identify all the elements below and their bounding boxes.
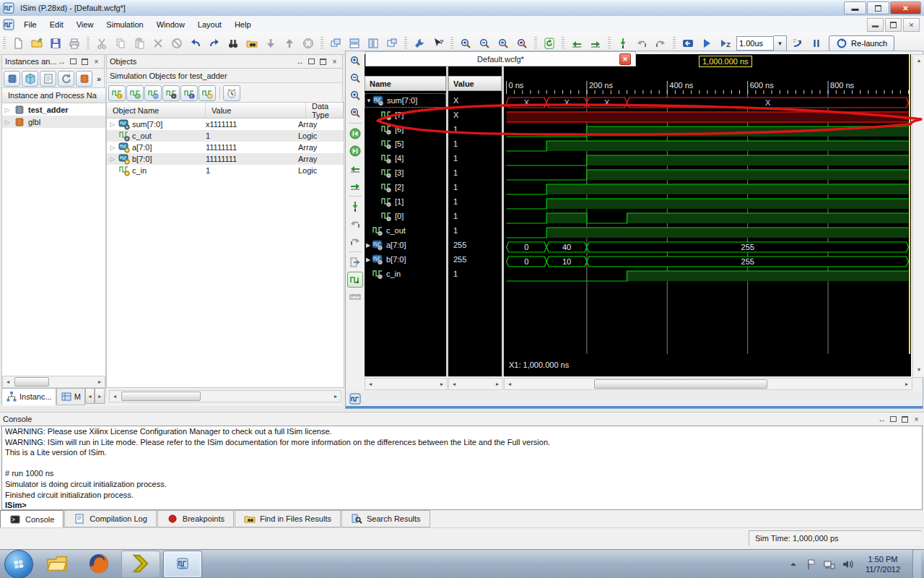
no-drop-button[interactable] — [168, 35, 186, 52]
wv-measure-button[interactable] — [347, 289, 363, 305]
relaunch-button[interactable]: Re-launch — [829, 35, 894, 51]
tab-breakpoints[interactable]: Breakpoints — [157, 510, 234, 527]
wv-prev-marker-button[interactable] — [347, 216, 363, 232]
instances-hscrollbar[interactable]: ◂▸ — [2, 376, 105, 388]
column-data-type[interactable]: Data Type — [306, 103, 344, 118]
copy-button[interactable] — [112, 35, 129, 52]
undock-icon[interactable]: ↔ — [57, 57, 66, 66]
signal-value-5[interactable]: 1 — [448, 137, 502, 151]
prev-transition-button[interactable] — [568, 35, 585, 52]
column-object-name[interactable]: Object Name — [107, 103, 206, 118]
delete-button[interactable] — [149, 35, 167, 52]
console-output[interactable]: WARNING: Please use Xilinx License Confi… — [1, 426, 923, 510]
signal-name-c_out[interactable]: c_out — [365, 223, 446, 238]
inst-filter-design-units-button[interactable] — [22, 71, 38, 87]
toolbar-drag-handle[interactable] — [608, 37, 611, 50]
clock-setup-button[interactable] — [223, 85, 240, 101]
menu-simulation[interactable]: Simulation — [100, 18, 149, 31]
redo-button[interactable] — [206, 35, 223, 52]
inst-filter-source-button[interactable] — [40, 71, 56, 87]
expander-icon[interactable]: ▷ — [4, 106, 11, 113]
save-button[interactable] — [47, 35, 64, 52]
toolbar-drag-handle[interactable] — [404, 37, 407, 50]
waveform-vscrollbar[interactable]: ▴▾ — [912, 54, 924, 378]
menu-layout[interactable]: Layout — [191, 18, 228, 31]
toolbar-drag-handle[interactable] — [87, 37, 90, 50]
signal-name-5[interactable]: [5] — [365, 137, 446, 151]
wv-snap-transition-button[interactable] — [347, 272, 363, 288]
object-row-c_in[interactable]: c_in1Logic — [107, 165, 344, 176]
expander-collapsed-icon[interactable]: ▶ — [365, 256, 372, 263]
waveform-plot[interactable]: 0 ns200 ns400 ns600 ns800 nsXXXX04025501… — [504, 54, 911, 376]
panel-tab-instanc[interactable]: Instanc... — [1, 388, 56, 405]
inst-filter-all-button[interactable] — [76, 71, 92, 87]
wv-next-marker-button[interactable] — [347, 233, 363, 249]
float-window-button[interactable] — [383, 35, 401, 52]
signal-value-1[interactable]: 1 — [448, 194, 502, 209]
filter-internal-button[interactable]: • — [162, 85, 180, 101]
object-row-sum70[interactable]: ▷sum[7:0]x1111111Array — [107, 118, 344, 130]
tile-vertical-button[interactable] — [365, 35, 382, 52]
taskbar-clock[interactable]: 1:50 PM 11/7/2012 — [860, 554, 906, 574]
filter-constants-button[interactable]: C — [180, 85, 198, 101]
name-value-splitter[interactable] — [446, 54, 448, 376]
signal-name-a70[interactable]: ▶a[7:0] — [365, 238, 446, 252]
undo-button[interactable] — [187, 35, 204, 52]
child-close-button[interactable]: ✕ — [903, 18, 920, 32]
instances-tree-header[interactable]: Instance and Process Na — [2, 88, 105, 103]
maximize-icon[interactable] — [69, 57, 78, 66]
refresh-button[interactable] — [541, 35, 558, 52]
prev-marker-button[interactable] — [633, 35, 650, 52]
settings-button[interactable] — [411, 35, 428, 52]
start-button[interactable] — [4, 550, 33, 578]
value-wave-splitter[interactable] — [502, 54, 504, 376]
toolbar-drag-handle[interactable] — [321, 37, 323, 50]
signal-value-6[interactable]: 1 — [448, 122, 502, 137]
menu-edit[interactable]: Edit — [43, 18, 70, 31]
wv-next-transition-button[interactable] — [347, 178, 363, 194]
waveform-hscrollbar[interactable]: ◂▸ — [504, 378, 912, 390]
undock-icon[interactable]: ↔ — [295, 57, 305, 66]
toolbar-drag-handle[interactable] — [534, 37, 537, 50]
volume-icon[interactable] — [842, 558, 853, 570]
name-column-header[interactable]: Name — [365, 76, 446, 91]
signal-name-3[interactable]: [3] — [365, 165, 446, 180]
inst-refresh-button[interactable] — [58, 71, 74, 87]
zoom-in-button[interactable] — [457, 35, 474, 52]
child-minimize-button[interactable]: ▬ — [867, 18, 884, 32]
signal-value-7[interactable]: X — [448, 108, 502, 122]
goto-next-button[interactable] — [262, 35, 279, 52]
cut-button[interactable] — [93, 35, 110, 52]
inst-filter-instances-button[interactable] — [4, 71, 20, 87]
menu-file[interactable]: File — [17, 18, 43, 31]
expander-expanded-icon[interactable]: ▼ — [365, 98, 372, 104]
signal-name-0[interactable]: [0] — [365, 209, 446, 223]
restart-button[interactable] — [679, 35, 697, 52]
float-icon[interactable] — [318, 57, 328, 66]
signal-value-2[interactable]: 1 — [448, 180, 502, 194]
signal-name-2[interactable]: [2] — [365, 180, 446, 194]
instance-item-test_adder[interactable]: ▷test_adder — [2, 103, 105, 116]
zoom-full-view-button[interactable] — [494, 35, 512, 52]
wv-zoom-cursor-button[interactable] — [347, 105, 363, 121]
object-row-b70[interactable]: ▷b[7:0]11111111Array — [107, 153, 344, 165]
next-transition-button[interactable] — [587, 35, 604, 52]
action-center-icon[interactable] — [806, 558, 817, 570]
menu-window[interactable]: Window — [150, 18, 191, 31]
paste-button[interactable] — [131, 35, 148, 52]
tab-scroll-left-button[interactable]: ◂ — [85, 388, 95, 404]
signal-value-3[interactable]: 1 — [448, 165, 502, 180]
add-marker-button[interactable] — [614, 35, 632, 52]
wv-zoom-in-button[interactable] — [347, 53, 363, 69]
run-duration-dropdown[interactable]: ▼ — [774, 35, 787, 51]
toolbar-drag-handle[interactable] — [3, 37, 6, 50]
firefox-button[interactable] — [79, 551, 118, 578]
tab-compilation-log[interactable]: Compilation Log — [64, 510, 157, 527]
tab-close-icon[interactable]: ✕ — [619, 53, 631, 65]
signal-name-1[interactable]: [1] — [365, 194, 446, 209]
toolbar-drag-handle[interactable] — [450, 37, 453, 50]
whats-this-button[interactable]: ? — [430, 35, 447, 52]
maximize-icon[interactable] — [889, 415, 898, 423]
print-button[interactable] — [66, 35, 83, 52]
instance-item-glbl[interactable]: ▷glbl — [2, 116, 105, 128]
